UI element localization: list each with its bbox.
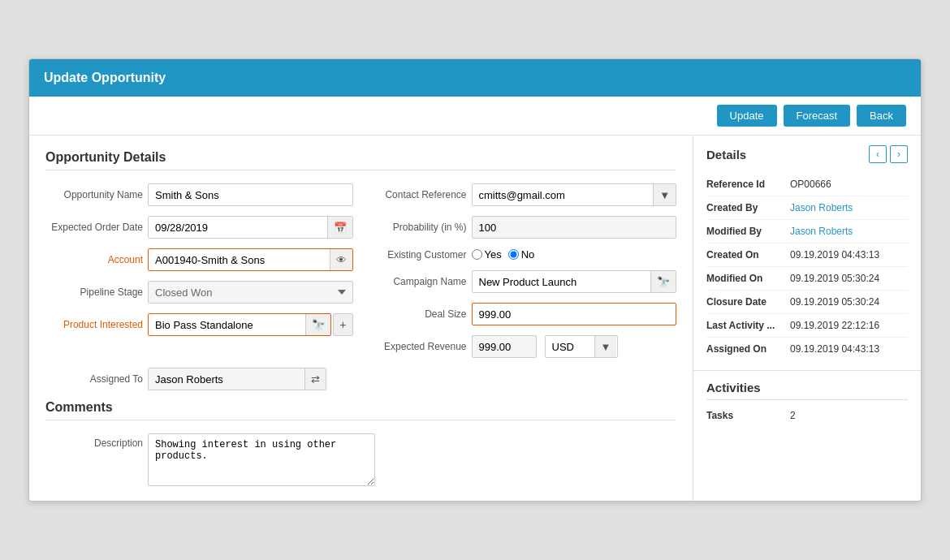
calendar-icon-button[interactable]: 📅 (327, 217, 352, 238)
probability-label: Probability (in %) (369, 222, 467, 233)
product-interested-input[interactable] (149, 314, 305, 335)
main-container: Update Opportunity Update Forecast Back … (28, 58, 922, 502)
contact-reference-group: Contact Reference ▼ (369, 183, 677, 206)
details-panel-title: Details (706, 148, 746, 162)
assigned-to-input[interactable] (149, 368, 304, 390)
detail-value: 09.19.2019 04:43:13 (790, 343, 879, 355)
detail-key: Last Activity ... (706, 320, 784, 331)
deal-size-group: Deal Size (369, 303, 677, 325)
prev-arrow-button[interactable]: ‹ (869, 145, 887, 163)
left-form-column: Opportunity Name Expected Order Date 📅 (45, 183, 353, 368)
product-add-button[interactable]: + (333, 313, 352, 336)
existing-customer-group: Existing Customer Yes No (369, 248, 677, 261)
assigned-to-swap-button[interactable]: ⇄ (304, 368, 326, 390)
account-label: Account (45, 254, 143, 265)
contact-dropdown-button[interactable]: ▼ (653, 184, 676, 205)
campaign-name-wrapper: 🔭 (472, 270, 677, 293)
expected-order-date-wrapper: 📅 (148, 216, 353, 239)
update-button[interactable]: Update (717, 105, 777, 127)
existing-customer-yes-text: Yes (485, 248, 502, 261)
account-eye-button[interactable]: 👁 (330, 249, 352, 270)
expected-revenue-label: Expected Revenue (369, 341, 467, 352)
detail-key: Created By (706, 202, 784, 213)
expected-revenue-input[interactable] (472, 335, 537, 358)
swap-icon: ⇄ (311, 373, 320, 386)
currency-dropdown-button[interactable]: ▼ (594, 336, 617, 357)
back-button[interactable]: Back (857, 105, 906, 127)
account-input[interactable] (149, 249, 330, 270)
detail-row: Modified ByJason Roberts (706, 220, 908, 243)
pipeline-stage-select[interactable]: Closed Won (148, 281, 353, 304)
detail-row: Created On09.19.2019 04:43:13 (706, 243, 908, 267)
detail-key: Created On (706, 249, 784, 261)
expected-order-date-input[interactable] (149, 217, 327, 238)
probability-group: Probability (in %) (369, 216, 677, 239)
assigned-to-wrapper: ⇄ (148, 368, 326, 390)
opportunity-name-group: Opportunity Name (45, 183, 353, 206)
campaign-name-input[interactable] (473, 271, 651, 292)
campaign-name-label: Campaign Name (369, 276, 467, 287)
existing-customer-yes-label[interactable]: Yes (472, 248, 502, 261)
detail-value: 09.19.2019 05:30:24 (790, 273, 879, 284)
detail-value: 09.19.2019 04:43:13 (790, 249, 879, 261)
description-group: Description Showing interest in using ot… (45, 433, 676, 486)
title-bar: Update Opportunity (29, 59, 921, 97)
detail-key: Assigned On (706, 343, 784, 355)
deal-size-label: Deal Size (369, 308, 467, 320)
expected-order-date-label: Expected Order Date (45, 222, 143, 233)
deal-size-input[interactable] (472, 303, 677, 325)
right-panel: Details ‹ › Reference IdOP00666Created B… (693, 136, 921, 501)
form-grid: Opportunity Name Expected Order Date 📅 (45, 183, 676, 368)
main-content: Opportunity Details Opportunity Name Exp… (29, 136, 921, 501)
product-binoculars-button[interactable]: 🔭 (305, 314, 330, 335)
next-arrow-button[interactable]: › (890, 145, 908, 163)
detail-key: Modified On (706, 273, 784, 284)
tasks-value: 2 (790, 410, 796, 421)
forecast-button[interactable]: Forecast (784, 105, 851, 127)
detail-row: Assigned On09.19.2019 04:43:13 (706, 338, 908, 360)
campaign-binoculars-button[interactable]: 🔭 (650, 271, 676, 292)
toolbar: Update Forecast Back (29, 97, 921, 136)
detail-key: Reference Id (706, 179, 784, 190)
detail-row: Modified On09.19.2019 05:30:24 (706, 267, 908, 291)
existing-customer-radios: Yes No (472, 248, 677, 261)
existing-customer-yes-radio[interactable] (472, 249, 482, 260)
account-wrapper: 👁 (148, 248, 353, 271)
detail-row: Reference IdOP00666 (706, 173, 908, 196)
probability-input[interactable] (472, 216, 677, 239)
activities-card: Activities Tasks 2 (693, 371, 921, 431)
pipeline-stage-group: Pipeline Stage Closed Won (45, 281, 353, 304)
product-interested-input-wrapper: 🔭 (148, 313, 331, 336)
description-textarea[interactable]: Showing interest in using other products… (148, 433, 375, 486)
details-card: Details ‹ › Reference IdOP00666Created B… (693, 136, 921, 371)
calendar-icon: 📅 (334, 222, 347, 234)
product-interested-group: Product Interested 🔭 + (45, 313, 353, 336)
detail-row: Created ByJason Roberts (706, 196, 908, 220)
comments-section: Comments Description Showing interest in… (45, 400, 676, 486)
existing-customer-no-text: No (521, 248, 535, 261)
detail-value: Jason Roberts (790, 226, 853, 237)
product-interested-label: Product Interested (45, 319, 143, 330)
comments-title: Comments (45, 400, 676, 420)
account-group: Account 👁 (45, 248, 353, 271)
contact-reference-input[interactable] (473, 184, 654, 205)
currency-wrapper: ▼ (545, 335, 618, 358)
left-panel: Opportunity Details Opportunity Name Exp… (29, 136, 693, 501)
existing-customer-no-radio[interactable] (508, 249, 519, 260)
detail-row: Last Activity ...09.19.2019 22:12:16 (706, 314, 908, 338)
chevron-down-icon: ▼ (659, 189, 670, 201)
detail-value: OP00666 (790, 179, 831, 190)
existing-customer-no-label[interactable]: No (508, 248, 535, 261)
description-label: Description (45, 433, 143, 449)
product-interested-wrapper: 🔭 + (148, 313, 353, 336)
detail-value: Jason Roberts (790, 202, 853, 213)
currency-input[interactable] (546, 336, 594, 357)
tasks-row: Tasks 2 (706, 410, 908, 421)
eye-icon: 👁 (336, 254, 347, 266)
details-header: Details ‹ › (706, 145, 908, 163)
detail-key: Closure Date (706, 296, 784, 308)
assigned-to-group: Assigned To ⇄ (45, 368, 676, 390)
contact-reference-wrapper: ▼ (472, 183, 677, 206)
activities-title: Activities (706, 381, 908, 400)
opportunity-name-input[interactable] (148, 183, 353, 206)
